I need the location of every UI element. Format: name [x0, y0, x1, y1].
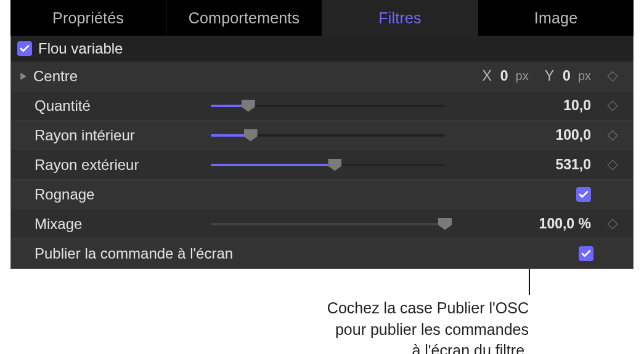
filter-enable-checkbox[interactable] — [17, 41, 32, 56]
centre-x-value[interactable]: 0 — [500, 68, 508, 84]
centre-label: Centre — [33, 68, 78, 85]
tab-behaviors[interactable]: Comportements — [166, 0, 322, 36]
keyframe-icon[interactable] — [608, 71, 618, 81]
quantite-value[interactable]: 10,0 — [563, 97, 591, 114]
param-row-rayon-interieur: Rayon intérieur 100,0 — [11, 121, 633, 150]
keyframe-icon[interactable] — [608, 219, 618, 229]
param-row-mixage: Mixage 100,0 % — [11, 209, 633, 239]
param-row-rayon-exterieur: Rayon extérieur 531,0 — [11, 150, 633, 180]
centre-value-group: X 0 px Y 0 px — [451, 68, 598, 84]
rayon-ext-label: Rayon extérieur — [35, 156, 139, 174]
rayon-int-value[interactable]: 100,0 — [555, 127, 591, 143]
mixage-value[interactable]: 100,0 % — [539, 215, 591, 232]
centre-y-unit: px — [578, 69, 591, 83]
mixage-slider[interactable] — [211, 223, 445, 225]
keyframe-icon[interactable] — [608, 159, 618, 170]
centre-x-unit: px — [516, 69, 529, 83]
tab-image[interactable]: Image — [478, 0, 634, 36]
param-row-rognage: Rognage — [11, 180, 633, 209]
keyframe-icon[interactable] — [608, 130, 618, 140]
keyframe-icon[interactable] — [608, 100, 618, 111]
centre-label-group: Centre — [20, 68, 211, 85]
tab-properties[interactable]: Propriétés — [10, 0, 166, 36]
rayon-ext-value[interactable]: 531,0 — [555, 156, 591, 173]
tab-filters[interactable]: Filtres — [322, 0, 478, 36]
rayon-int-label: Rayon intérieur — [35, 127, 135, 144]
param-row-centre: Centre X 0 px Y 0 px — [11, 62, 633, 91]
quantite-slider[interactable] — [211, 105, 445, 107]
callout-text: Cochez la case Publier l'OSC pour publie… — [270, 297, 529, 354]
centre-y-value[interactable]: 0 — [563, 68, 571, 84]
publier-osc-checkbox[interactable] — [579, 246, 593, 261]
param-row-publier: Publier la commande à l'écran — [11, 239, 633, 268]
centre-y-label: Y — [545, 68, 554, 84]
mixage-label: Mixage — [35, 215, 82, 233]
inspector-tabs: Propriétés Comportements Filtres Image — [10, 0, 634, 36]
callout-line — [529, 269, 530, 295]
disclosure-triangle-icon[interactable] — [20, 72, 28, 81]
rayon-int-slider[interactable] — [211, 134, 445, 137]
rognage-label: Rognage — [35, 186, 94, 203]
publier-label: Publier la commande à l'écran — [35, 245, 233, 262]
param-row-quantite: Quantité 10,0 — [11, 91, 633, 121]
centre-x-label: X — [482, 68, 491, 84]
quantite-label: Quantité — [35, 97, 91, 115]
rayon-ext-slider[interactable] — [211, 164, 445, 166]
filter-title: Flou variable — [38, 40, 123, 57]
filter-section-header: Flou variable — [11, 36, 633, 62]
rognage-checkbox[interactable] — [576, 187, 591, 202]
